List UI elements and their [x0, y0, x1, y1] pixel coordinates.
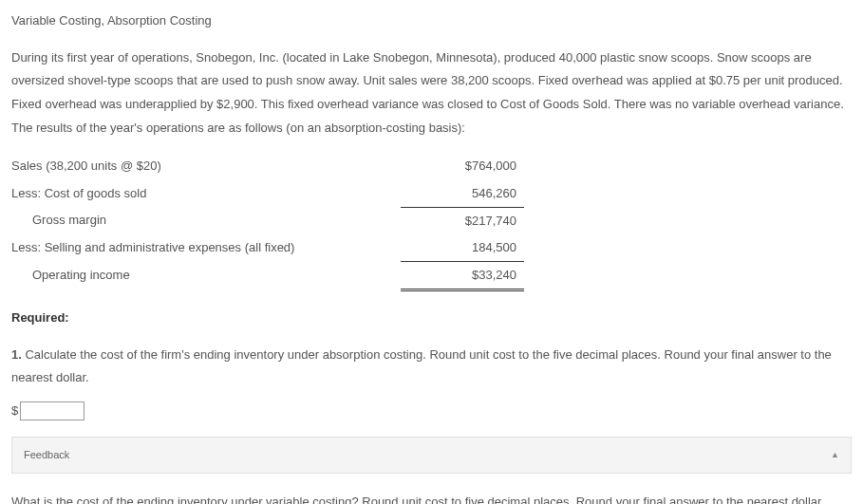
cogs-value: 546,260: [401, 180, 524, 208]
answer-row-1: $: [11, 400, 852, 423]
sales-label: Sales (38,200 units @ $20): [11, 153, 401, 179]
table-row: Sales (38,200 units @ $20) $764,000: [11, 153, 524, 179]
required-heading: Required:: [11, 307, 852, 330]
gross-margin-label: Gross margin: [11, 207, 401, 234]
sales-value: $764,000: [401, 153, 524, 179]
answer-input-1[interactable]: [20, 401, 84, 420]
question-1-text: Calculate the cost of the firm's ending …: [11, 347, 832, 385]
table-row: Less: Selling and administrative expense…: [11, 234, 524, 262]
feedback-label: Feedback: [24, 445, 69, 465]
feedback-panel[interactable]: Feedback ▲: [11, 437, 852, 474]
table-row: Less: Cost of goods sold 546,260: [11, 180, 524, 208]
cogs-label: Less: Cost of goods sold: [11, 180, 401, 208]
intro-paragraph: During its first year of operations, Sno…: [11, 47, 852, 140]
question-1: 1. Calculate the cost of the firm's endi…: [11, 344, 852, 390]
sga-label: Less: Selling and administrative expense…: [11, 234, 401, 262]
dollar-sign: $: [11, 400, 18, 423]
chevron-up-icon: ▲: [831, 447, 839, 463]
table-row: Gross margin $217,740: [11, 207, 524, 234]
operating-income-value: $33,240: [401, 261, 524, 289]
question-2: What is the cost of the ending inventory…: [11, 491, 852, 504]
operating-income-label: Operating income: [11, 261, 401, 289]
question-number: 1.: [11, 347, 22, 362]
table-row: Operating income $33,240: [11, 261, 524, 289]
income-statement: Sales (38,200 units @ $20) $764,000 Less…: [11, 153, 524, 290]
gross-margin-value: $217,740: [401, 207, 524, 234]
sga-value: 184,500: [401, 234, 524, 262]
page-title: Variable Costing, Absorption Costing: [11, 9, 852, 33]
